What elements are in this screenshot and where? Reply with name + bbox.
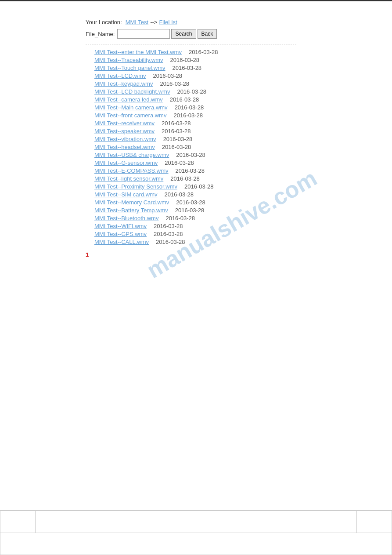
file-date: 2016-03-28 [177,88,206,95]
list-item: MMI Test--Proximity Sensor.wmv2016-03-28 [94,183,392,190]
file-date: 2016-03-28 [173,112,203,119]
file-link[interactable]: MMI Test--G-sensor.wmv [94,160,158,166]
list-item: MMI Test--LCD backlight.wmv2016-03-28 [94,88,392,95]
file-date: 2016-03-28 [189,49,218,55]
list-item: MMI Test--vibration.wmv2016-03-28 [94,136,392,142]
bottom-col-right [357,511,392,533]
list-item: MMI Test--SIM card.wmv2016-03-28 [94,191,392,198]
list-item: MMI Test--Battery Temp.wmv2016-03-28 [94,207,392,214]
file-date: 2016-03-28 [175,104,204,111]
file-link[interactable]: MMI Test--vibration.wmv [94,136,156,142]
list-item: MMI Test--Traceability.wmv2016-03-28 [94,57,392,63]
divider [86,44,296,44]
file-date: 2016-03-28 [162,120,191,127]
file-date: 2016-03-28 [165,215,195,221]
file-date: 2016-03-28 [170,57,200,63]
file-link[interactable]: MMI Test--LCD backlight.wmv [94,88,170,95]
file-date: 2016-03-28 [173,65,202,71]
file-link[interactable]: MMI Test--front camera.wmv [94,112,166,119]
list-item: MMI Test--enter the MMI Test.wmv2016-03-… [94,49,392,55]
file-link[interactable]: MMI Test--E-COMPASS.wmv [94,167,169,174]
bottom-row-full [0,533,392,555]
file-date: 2016-03-28 [170,96,199,103]
list-item: MMI Test--Main camera.wmv2016-03-28 [94,104,392,111]
file-date: 2016-03-28 [154,231,183,237]
list-item: MMI Test--USB& charge.wmv2016-03-28 [94,152,392,158]
list-item: MMI Test--front camera.wmv2016-03-28 [94,112,392,119]
list-item: MMI Test--keypad.wmv2016-03-28 [94,80,392,87]
breadcrumb-mmi-test[interactable]: MMI Test [126,19,149,25]
list-item: MMI Test--speaker.wmv2016-03-28 [94,128,392,134]
list-item: MMI Test--Bluetooth.wmv2016-03-28 [94,215,392,221]
file-link[interactable]: MMI Test--Proximity Sensor.wmv [94,183,177,190]
location-label: Your Location: [86,19,122,25]
main-content: Your Location: MMI Test --> FileList Fil… [0,10,392,267]
file-link[interactable]: MMI Test--Memory Card.wmv [94,199,169,206]
file-link[interactable]: MMI Test--Battery Temp.wmv [94,207,168,214]
page-number: 1 [86,251,89,258]
file-link[interactable]: MMI Test--enter the MMI Test.wmv [94,49,182,55]
file-link[interactable]: MMI Test--headset.wmv [94,144,155,150]
file-date: 2016-03-28 [162,144,191,150]
location-bar: Your Location: MMI Test --> FileList [86,19,392,25]
back-button[interactable]: Back [198,29,217,39]
file-link[interactable]: MMI Test--WIFI.wmv [94,223,147,229]
list-item: MMI Test--Memory Card.wmv2016-03-28 [94,199,392,206]
file-date: 2016-03-28 [165,160,194,166]
file-date: 2016-03-28 [154,223,183,229]
list-item: MMI Test--G-sensor.wmv2016-03-28 [94,160,392,166]
file-date: 2016-03-28 [184,183,214,190]
file-link[interactable]: MMI Test--USB& charge.wmv [94,152,169,158]
bottom-col-left [0,511,36,533]
file-date: 2016-03-28 [176,167,205,174]
file-link[interactable]: MMI Test--LCD.wmv [94,73,146,79]
file-link[interactable]: MMI Test--Bluetooth.wmv [94,215,158,221]
file-link[interactable]: MMI Test--keypad.wmv [94,80,153,87]
list-item: MMI Test--light sensor.wmv2016-03-28 [94,175,392,182]
list-item: MMI Test--headset.wmv2016-03-28 [94,144,392,150]
list-item: MMI Test--receiver.wmv2016-03-28 [94,120,392,127]
file-date: 2016-03-28 [165,191,194,198]
file-link[interactable]: MMI Test--Touch panel.wmv [94,65,165,71]
file-list: MMI Test--enter the MMI Test.wmv2016-03-… [86,49,392,245]
file-link[interactable]: MMI Test--GPS.wmv [94,231,147,237]
list-item: MMI Test--E-COMPASS.wmv2016-03-28 [94,167,392,174]
pagination: 1 [86,251,392,258]
list-item: MMI Test--camera led.wmv2016-03-28 [94,96,392,103]
file-date: 2016-03-28 [170,175,200,182]
bottom-table [0,510,392,555]
file-date: 2016-03-28 [153,73,182,79]
file-date: 2016-03-28 [162,128,191,134]
list-item: MMI Test--LCD.wmv2016-03-28 [94,73,392,79]
file-date: 2016-03-28 [175,207,205,214]
bottom-table-row-2 [0,533,392,555]
file-link[interactable]: MMI Test--light sensor.wmv [94,175,163,182]
file-link[interactable]: MMI Test--CALL.wmv [94,239,149,245]
file-link[interactable]: MMI Test--Traceability.wmv [94,57,163,63]
file-date: 2016-03-28 [163,136,193,142]
list-item: MMI Test--Touch panel.wmv2016-03-28 [94,65,392,71]
breadcrumb-filelist[interactable]: FileList [159,19,177,25]
file-link[interactable]: MMI Test--SIM card.wmv [94,191,158,198]
file-date: 2016-03-28 [176,152,205,158]
file-date: 2016-03-28 [160,80,189,87]
file-date: 2016-03-28 [176,199,205,206]
file-link[interactable]: MMI Test--Main camera.wmv [94,104,168,111]
list-item: MMI Test--CALL.wmv2016-03-28 [94,239,392,245]
file-date: 2016-03-28 [156,239,185,245]
file-name-input[interactable] [117,29,170,39]
breadcrumb-separator: --> [150,19,157,25]
file-link[interactable]: MMI Test--camera led.wmv [94,96,163,103]
file-link[interactable]: MMI Test--speaker.wmv [94,128,155,134]
bottom-col-center [36,511,357,533]
top-border [0,0,392,1]
bottom-table-row-1 [0,511,392,533]
list-item: MMI Test--GPS.wmv2016-03-28 [94,231,392,237]
list-item: MMI Test--WIFI.wmv2016-03-28 [94,223,392,229]
file-name-label: File_Name: [86,31,115,37]
file-link[interactable]: MMI Test--receiver.wmv [94,120,155,127]
search-bar: File_Name: Search Back [86,29,392,39]
search-button[interactable]: Search [171,29,196,39]
